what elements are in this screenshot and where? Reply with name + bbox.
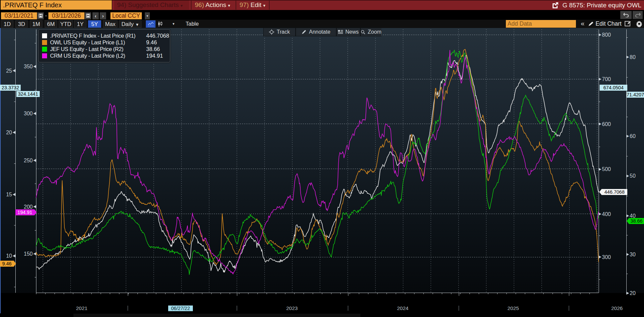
svg-text:300: 300 bbox=[24, 111, 33, 116]
svg-text:600: 600 bbox=[602, 121, 611, 127]
svg-text:324.1441: 324.1441 bbox=[18, 91, 38, 97]
svg-text:40: 40 bbox=[630, 213, 636, 219]
svg-text:400: 400 bbox=[602, 211, 611, 217]
svg-text:150: 150 bbox=[24, 251, 33, 257]
svg-text:9.46: 9.46 bbox=[2, 261, 11, 266]
svg-text:38.66: 38.66 bbox=[630, 218, 642, 224]
svg-text:350: 350 bbox=[24, 64, 33, 69]
svg-text:194.91: 194.91 bbox=[17, 210, 32, 215]
svg-text:250: 250 bbox=[24, 158, 33, 163]
svg-text:50: 50 bbox=[630, 173, 636, 179]
svg-text:2024: 2024 bbox=[397, 305, 409, 311]
svg-text:700: 700 bbox=[602, 76, 611, 82]
svg-text:20: 20 bbox=[630, 290, 636, 296]
svg-text:446.7068: 446.7068 bbox=[604, 189, 624, 195]
svg-text:30: 30 bbox=[630, 252, 636, 257]
svg-text:800: 800 bbox=[602, 32, 611, 38]
svg-text:10: 10 bbox=[6, 253, 12, 259]
svg-text:80: 80 bbox=[630, 54, 636, 60]
svg-text:200: 200 bbox=[24, 204, 33, 210]
svg-text:60: 60 bbox=[630, 133, 636, 139]
svg-text:23.3732: 23.3732 bbox=[2, 85, 19, 90]
svg-text:71.4207: 71.4207 bbox=[627, 92, 644, 97]
svg-text:500: 500 bbox=[602, 166, 611, 172]
svg-text:20: 20 bbox=[6, 130, 12, 135]
svg-text:674.0504: 674.0504 bbox=[603, 85, 623, 90]
svg-text:15: 15 bbox=[6, 192, 12, 197]
svg-text:2021: 2021 bbox=[76, 305, 87, 311]
svg-text:25: 25 bbox=[6, 68, 12, 74]
svg-text:300: 300 bbox=[602, 254, 611, 260]
svg-text:06/27/22: 06/27/22 bbox=[171, 306, 190, 311]
svg-text:2025: 2025 bbox=[508, 305, 519, 311]
svg-text:2026: 2026 bbox=[611, 305, 623, 311]
svg-text:2023: 2023 bbox=[286, 305, 298, 311]
